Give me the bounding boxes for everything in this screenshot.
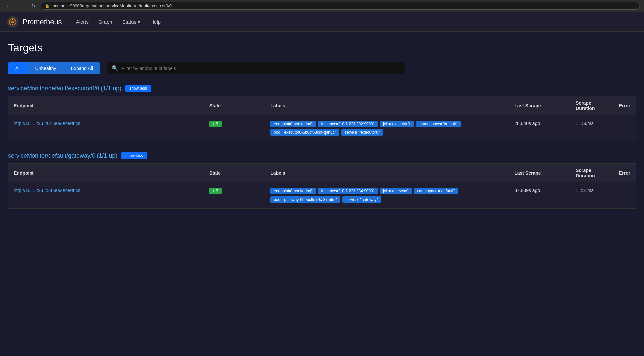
prometheus-logo	[7, 16, 19, 28]
executor-label-3: namespace="default"	[416, 121, 461, 127]
navbar-title: Prometheus	[23, 18, 62, 26]
main-content: Targets All Unhealthy Expand All 🔍 servi…	[0, 32, 644, 229]
gateway-label-2: job="gateway"	[380, 188, 412, 194]
page-title: Targets	[8, 42, 636, 54]
gateway-labels-cell: endpoint="monitoring" instance="10.1.223…	[265, 182, 509, 209]
filter-buttons: All Unhealthy Expand All	[8, 62, 100, 74]
header-error-2: Error	[614, 164, 636, 182]
header-labels-1: Labels	[265, 96, 509, 115]
back-button[interactable]: ←	[4, 2, 13, 10]
header-state-2: State	[204, 164, 265, 182]
header-scrape-duration-2: Scrape Duration	[570, 164, 614, 182]
search-icon: 🔍	[112, 65, 118, 71]
header-endpoint-2: Endpoint	[8, 164, 204, 182]
navbar-nav: Alerts Graph Status ▾ Help	[72, 17, 164, 27]
header-error-1: Error	[614, 96, 636, 115]
executor-last-scrape: 28.640s ago	[514, 121, 540, 126]
executor-table: Endpoint State Labels Last Scrape Scrape…	[8, 96, 636, 141]
navbar: Prometheus Alerts Graph Status ▾ Help	[0, 12, 644, 32]
gateway-last-scrape-cell: 37.839s ago	[509, 182, 570, 209]
gateway-error-cell	[614, 182, 636, 209]
executor-labels-cell: endpoint="monitoring" instance="10.1.223…	[265, 115, 509, 141]
executor-show-less-button[interactable]: show less	[125, 85, 151, 92]
lock-icon: 🔒	[45, 4, 50, 8]
filter-unhealthy-button[interactable]: Unhealthy	[28, 62, 64, 74]
filter-expand-all-button[interactable]: Expand All	[64, 62, 100, 74]
executor-label-2: job="executor0"	[380, 121, 414, 127]
nav-alerts[interactable]: Alerts	[72, 17, 93, 27]
executor-state-cell: UP	[204, 115, 265, 141]
gateway-endpoint-link[interactable]: http://10.1.223.234:9090/metrics	[14, 188, 80, 193]
nav-help[interactable]: Help	[146, 17, 164, 27]
executor-scrape-duration-cell: 1.156ms	[570, 115, 614, 141]
gateway-labels-container: endpoint="monitoring" instance="10.1.223…	[270, 188, 504, 203]
executor-state-badge: UP	[209, 121, 222, 127]
browser-chrome: ← → ↻ 🔒 localhost:9090/targets#pool-serv…	[0, 0, 644, 12]
executor-duration: 1.156ms	[576, 121, 594, 126]
executor-endpoint-link[interactable]: http://10.1.223.202:9090/metrics	[14, 121, 80, 126]
svg-point-1	[11, 21, 14, 23]
nav-status[interactable]: Status ▾	[118, 17, 145, 27]
executor-label-5: service="executor0"	[341, 129, 383, 136]
nav-graph[interactable]: Graph	[95, 17, 116, 27]
executor-section-title[interactable]: serviceMonitor/default/executor0/0 (1/1 …	[8, 85, 121, 92]
gateway-state-cell: UP	[204, 182, 265, 209]
search-input[interactable]	[122, 66, 400, 71]
header-scrape-duration-1: Scrape Duration	[570, 96, 614, 115]
refresh-button[interactable]: ↻	[29, 2, 37, 10]
executor-row-0: http://10.1.223.202:9090/metrics UP endp…	[8, 115, 636, 141]
address-bar[interactable]: 🔒 localhost:9090/targets#pool-serviceMon…	[41, 2, 640, 10]
gateway-duration: 1.251ms	[576, 188, 594, 193]
executor-label-4: pod="executor0-5b6cf58cdf-qnh6c"	[270, 129, 339, 136]
gateway-section-header: serviceMonitor/default/gateway/0 (1/1 up…	[8, 152, 636, 159]
gateway-endpoint-cell: http://10.1.223.234:9090/metrics	[8, 182, 204, 209]
executor-labels-container: endpoint="monitoring" instance="10.1.223…	[270, 121, 504, 136]
gateway-label-3: namespace="default"	[414, 188, 458, 194]
gateway-scrape-duration-cell: 1.251ms	[570, 182, 614, 209]
executor-table-header: Endpoint State Labels Last Scrape Scrape…	[8, 96, 636, 115]
header-labels-2: Labels	[265, 164, 509, 182]
search-container: 🔍	[107, 62, 405, 74]
header-state-1: State	[204, 96, 265, 115]
header-endpoint-1: Endpoint	[8, 96, 204, 115]
gateway-last-scrape: 37.839s ago	[514, 188, 540, 193]
executor-label-0: endpoint="monitoring"	[270, 121, 316, 127]
navbar-brand[interactable]: Prometheus	[7, 16, 62, 28]
gateway-label-4: pod="gateway-699bc9d79c-87mfm"	[270, 196, 340, 203]
executor-endpoint-cell: http://10.1.223.202:9090/metrics	[8, 115, 204, 141]
gateway-label-0: endpoint="monitoring"	[270, 188, 316, 194]
executor-section-header: serviceMonitor/default/executor0/0 (1/1 …	[8, 85, 636, 92]
executor-label-1: instance="10.1.223.202:9090"	[318, 121, 378, 127]
executor-error-cell	[614, 115, 636, 141]
url-text: localhost:9090/targets#pool-serviceMonit…	[52, 3, 172, 8]
gateway-label-5: service="gateway"	[342, 196, 381, 203]
header-last-scrape-1: Last Scrape	[509, 96, 570, 115]
filter-bar: All Unhealthy Expand All 🔍	[8, 62, 636, 74]
forward-button[interactable]: →	[17, 2, 26, 10]
gateway-table-header: Endpoint State Labels Last Scrape Scrape…	[8, 164, 636, 182]
executor-last-scrape-cell: 28.640s ago	[509, 115, 570, 141]
header-last-scrape-2: Last Scrape	[509, 164, 570, 182]
gateway-table: Endpoint State Labels Last Scrape Scrape…	[8, 163, 636, 209]
chevron-down-icon: ▾	[138, 19, 140, 25]
filter-all-button[interactable]: All	[8, 62, 28, 74]
gateway-row-0: http://10.1.223.234:9090/metrics UP endp…	[8, 182, 636, 209]
gateway-label-1: instance="10.1.223.234:9090"	[318, 188, 378, 194]
gateway-show-less-button[interactable]: show less	[121, 152, 147, 159]
gateway-section-title[interactable]: serviceMonitor/default/gateway/0 (1/1 up…	[8, 152, 117, 159]
gateway-state-badge: UP	[209, 188, 222, 194]
